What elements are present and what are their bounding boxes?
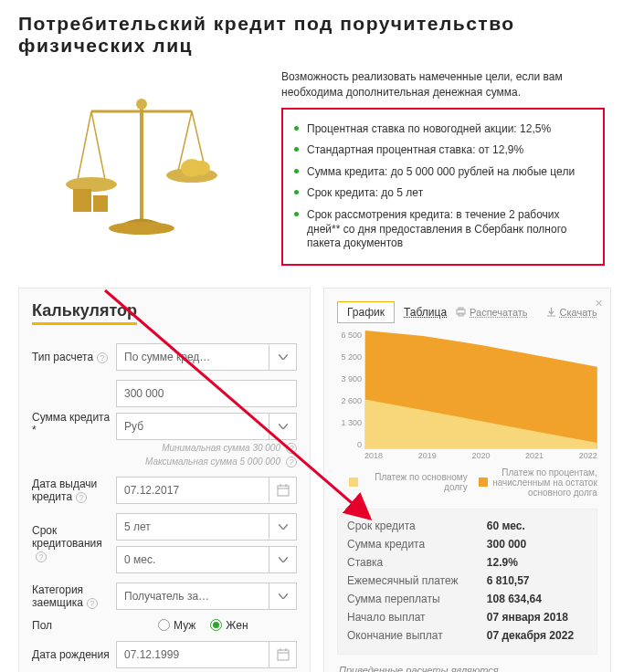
feature-item: Срок кредита: до 5 лет [294, 183, 592, 205]
feature-link[interactable]: Процентная ставка по новогодней акции: 1… [307, 122, 551, 135]
feature-item: Процентная ставка по новогодней акции: 1… [294, 119, 592, 141]
features-box: Процентная ставка по новогодней акции: 1… [281, 108, 605, 266]
summary-label: Ежемесячный платеж [347, 574, 487, 587]
svg-rect-18 [278, 650, 289, 660]
svg-point-2 [136, 99, 147, 110]
summary-value: 108 634,64 [487, 593, 587, 605]
hero-section: Возможность реализовать намеченные цели,… [0, 68, 623, 275]
term-months-select[interactable] [116, 546, 269, 573]
term-years-select[interactable] [116, 513, 269, 541]
svg-line-4 [91, 111, 105, 180]
summary-value: 300 000 [487, 538, 587, 551]
download-link[interactable]: Скачать [546, 307, 597, 318]
chevron-down-icon[interactable] [269, 413, 297, 440]
summary-label: Сумма кредита [347, 538, 487, 551]
calc-type-select[interactable] [116, 343, 269, 371]
feature-item: Стандартная процентная ставка: от 12,9% [294, 140, 592, 162]
summary-label: Окончание выплат [347, 629, 487, 642]
scales-illustration [18, 68, 265, 266]
gender-male-radio[interactable]: Муж [158, 619, 195, 632]
chart-legend: Платеж по основному долгу Платеж по проц… [337, 467, 597, 498]
summary-row: Срок кредита60 мес. [347, 517, 587, 535]
currency-select[interactable] [116, 413, 269, 440]
chart: 6 500 5 200 3 900 2 600 1 300 0 [337, 331, 597, 449]
svg-point-13 [109, 222, 174, 235]
birth-date-input[interactable] [116, 641, 269, 668]
summary-label: Начало выплат [347, 611, 487, 624]
calculator-title: Калькулятор [32, 301, 137, 325]
page-title: Потребительский кредит под поручительств… [0, 0, 623, 68]
summary-label: Срок кредита [347, 520, 487, 532]
feature-item: Срок рассмотрения кредита: в течение 2 р… [294, 205, 592, 255]
tab-chart[interactable]: График [337, 301, 395, 323]
tab-table[interactable]: Таблица [404, 306, 447, 319]
help-icon[interactable]: ? [286, 457, 297, 467]
summary-value: 07 января 2018 [487, 611, 587, 624]
amount-input[interactable] [116, 380, 297, 407]
min-amount-hint: Минимальная сумма 30 000 [162, 443, 280, 454]
category-label: Категория заемщика? [32, 583, 116, 609]
svg-rect-10 [93, 195, 108, 212]
chart-x-axis: 2018 2019 2020 2021 2022 [364, 449, 597, 460]
issue-date-label: Дата выдачи кредита? [32, 478, 116, 503]
summary-value: 07 декабря 2022 [487, 629, 587, 642]
amount-label: Сумма кредита * [32, 411, 116, 436]
feature-link[interactable]: Стандартная процентная ставка: от 12,9% [307, 143, 523, 156]
chart-area [364, 331, 597, 449]
intro-text: Возможность реализовать намеченные цели,… [281, 68, 605, 108]
help-icon[interactable]: ? [36, 551, 47, 562]
summary-row: Ставка12.9% [347, 553, 587, 572]
calculator-panel: Калькулятор Тип расчета? Сумма кредита *… [18, 288, 311, 672]
max-amount-hint: Максимальная сумма 5 000 000 [145, 457, 280, 467]
download-icon [546, 307, 556, 317]
issue-date-input[interactable] [116, 477, 269, 504]
summary-row: Начало выплат07 января 2018 [347, 608, 587, 626]
summary-label: Сумма переплаты [347, 593, 487, 605]
svg-rect-9 [73, 189, 91, 212]
summary-row: Окончание выплат07 декабря 2022 [347, 626, 587, 645]
print-link[interactable]: Распечатать [456, 307, 527, 318]
help-icon[interactable]: ? [87, 598, 98, 609]
calendar-icon[interactable] [269, 477, 297, 504]
category-select[interactable] [116, 583, 269, 610]
chevron-down-icon[interactable] [269, 343, 297, 371]
close-icon[interactable]: × [596, 296, 603, 310]
chevron-down-icon[interactable] [269, 583, 297, 610]
birth-label: Дата рождения [32, 648, 116, 661]
legend-swatch-principal [349, 478, 358, 487]
summary-row: Сумма переплаты108 634,64 [347, 590, 587, 608]
summary-value: 60 мес. [487, 520, 587, 532]
feature-item: Сумма кредита: до 5 000 000 рублей на лю… [294, 162, 592, 184]
summary-row: Ежемесячный платеж6 810,57 [347, 572, 587, 590]
svg-line-3 [78, 111, 91, 180]
svg-rect-23 [459, 308, 463, 310]
summary-value: 12.9% [487, 556, 587, 569]
chevron-down-icon[interactable] [269, 513, 297, 541]
help-icon[interactable]: ? [286, 443, 297, 454]
summary-row: Сумма кредита300 000 [347, 535, 587, 553]
legend-swatch-interest [479, 478, 488, 487]
summary-value: 6 810,57 [487, 574, 587, 587]
gender-label: Пол [32, 619, 158, 632]
chart-y-axis: 6 500 5 200 3 900 2 600 1 300 0 [337, 331, 364, 449]
chevron-down-icon[interactable] [269, 546, 297, 573]
summary-label: Ставка [347, 556, 487, 569]
result-panel: × График Таблица Распечатать Скачать 6 5… [323, 288, 611, 672]
summary-box: Срок кредита60 мес.Сумма кредита300 000С… [337, 509, 597, 655]
help-icon[interactable]: ? [76, 492, 87, 503]
help-icon[interactable]: ? [97, 352, 108, 363]
disclaimer-text: Приведенные расчеты являются предварител… [337, 655, 597, 672]
calendar-icon[interactable] [269, 641, 297, 668]
gender-female-radio[interactable]: Жен [210, 619, 248, 632]
calc-type-label: Тип расчета? [32, 351, 116, 363]
term-label: Срок кредитования? [32, 524, 116, 562]
print-icon [456, 307, 466, 317]
svg-rect-14 [278, 486, 289, 496]
svg-point-12 [192, 161, 210, 175]
